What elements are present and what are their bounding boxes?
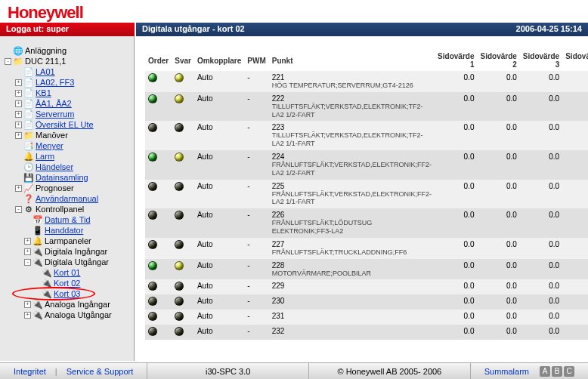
tree-item[interactable]: +🔌Digitala Ingångar xyxy=(3,246,134,257)
footer-summalarm[interactable]: Summalarm xyxy=(484,367,529,376)
alarm-badge[interactable]: A xyxy=(540,366,550,377)
tree-label[interactable]: Översikt EL Ute xyxy=(36,120,94,129)
tree-label[interactable]: Menyer xyxy=(36,141,63,150)
tree-label[interactable]: ÅA1, ÅA2 xyxy=(36,99,72,108)
pwm-cell: - xyxy=(244,71,268,92)
tree-item[interactable]: 🌐Anläggning xyxy=(3,45,134,56)
expand-toggle[interactable]: + xyxy=(15,185,22,192)
tree-item[interactable]: 📑Menyer xyxy=(3,140,134,151)
tree-item[interactable]: 🔔Larm xyxy=(3,151,134,162)
tree-item[interactable]: 📄LA01 xyxy=(3,66,134,77)
tree-item[interactable]: +🔔Larmpaneler xyxy=(3,236,134,246)
tree-item[interactable]: +📁Manöver xyxy=(3,130,134,140)
expand-toggle[interactable]: + xyxy=(15,132,22,139)
table-row[interactable]: Auto - 222TILLUFTSFLÄKT;VERKSTAD,ELEKTRO… xyxy=(145,92,588,122)
io-icon: 🔌 xyxy=(32,300,43,309)
expand-toggle[interactable]: + xyxy=(15,111,22,118)
svar-led xyxy=(175,312,184,321)
tree-item[interactable]: +📄LA02, FF3 xyxy=(3,77,134,88)
svar-led xyxy=(175,94,184,103)
table-row[interactable]: Auto - 228MOTORVÄRMARE;POOLBILAR 0.0 0.0… xyxy=(145,259,588,280)
tree-item[interactable]: 🕒Händelser xyxy=(3,162,134,172)
tree-label[interactable]: LA02, FF3 xyxy=(36,78,74,87)
footer-integrity[interactable]: Integritet xyxy=(14,367,46,376)
tree-item[interactable]: -🔌Digitala Utgångar xyxy=(3,257,134,267)
tree-item[interactable]: +🔌Analoga Utgångar xyxy=(3,310,134,320)
order-led xyxy=(148,94,157,103)
tree-item[interactable]: ❓Användarmanual xyxy=(3,193,134,204)
tree-item[interactable]: +📈Prognoser xyxy=(3,183,134,193)
alarm-badge[interactable]: C xyxy=(564,366,574,377)
expand-toggle[interactable]: + xyxy=(15,90,22,97)
tree-item[interactable]: +📄Serverrum xyxy=(3,109,134,119)
omkopplare-cell: Auto xyxy=(194,294,244,310)
tree-item[interactable]: 🔌Kort 02 xyxy=(3,278,134,288)
tree-label[interactable]: Digitala Utgångar xyxy=(45,257,109,267)
footer-support[interactable]: Service & Support xyxy=(67,367,134,376)
tree-label[interactable]: Kort 02 xyxy=(54,279,80,288)
expand-toggle[interactable]: + xyxy=(15,122,22,128)
expand-toggle[interactable]: + xyxy=(15,100,22,107)
expand-toggle[interactable]: + xyxy=(24,301,31,308)
tree-item[interactable]: +🔌Analoga Ingångar xyxy=(3,299,134,310)
table-row[interactable]: Auto - 230 0.0 0.0 0.0 0.0 xyxy=(145,294,588,310)
tree-label[interactable]: Digitala Ingångar xyxy=(45,247,107,256)
omkopplare-cell: Auto xyxy=(194,208,244,238)
io-icon: 🔌 xyxy=(32,310,43,319)
table-row[interactable]: Auto - 226FRÅNLUFTSFLÄKT;LÖDUTSUG ELEKTR… xyxy=(145,208,588,238)
table-row[interactable]: Auto - 231 0.0 0.0 0.0 0.0 xyxy=(145,310,588,325)
tree-label[interactable]: Serverrum xyxy=(36,109,74,119)
tree-item[interactable]: +📄KB1 xyxy=(3,88,134,98)
tree-item[interactable]: 📅Datum & Tid xyxy=(3,214,134,225)
tree-label[interactable]: Prognoser xyxy=(36,183,74,193)
logout-link[interactable]: Logga ut: super xyxy=(0,23,135,36)
sidebar[interactable]: 🌐Anläggning-📁DUC 211,1📄LA01+📄LA02, FF3+📄… xyxy=(0,36,135,361)
tree-label[interactable]: Datainsamling xyxy=(36,173,88,182)
table-row[interactable]: Auto - 224FRÅNLUFTSFLÄKT;VERKSTAD,ELEKTR… xyxy=(145,150,588,180)
io-icon: 🔌 xyxy=(42,289,52,298)
alarm-badge[interactable]: B xyxy=(552,366,562,377)
omkopplare-cell: Auto xyxy=(194,325,244,340)
expand-toggle[interactable]: + xyxy=(24,248,31,255)
table-row[interactable]: Auto - 227FRÅNLUFTSFLÄKT;TRUCKLADDNING;F… xyxy=(145,238,588,259)
tree-label[interactable]: Händelser xyxy=(36,162,73,171)
tree-item[interactable]: +📄ÅA1, ÅA2 xyxy=(3,98,134,109)
omkopplare-cell: Auto xyxy=(194,150,244,180)
sido3-cell: 0.0 xyxy=(520,71,562,92)
tree-item[interactable]: 🔌Kort 03 xyxy=(3,288,134,299)
table-row[interactable]: Auto - 221HÖG TEMPERATUR;SERVERRUM;GT4-2… xyxy=(145,71,588,92)
tree-item[interactable]: 📱Handdator xyxy=(3,225,134,236)
tree-label[interactable]: Manöver xyxy=(36,131,68,140)
tree-label[interactable]: Handdator xyxy=(45,226,83,235)
tree-label[interactable]: Kontrollpanel xyxy=(36,205,84,214)
tree-label[interactable]: Larm xyxy=(36,152,54,161)
expand-toggle[interactable]: + xyxy=(15,79,22,86)
tree-item[interactable]: -⚙Kontrollpanel xyxy=(3,204,134,214)
order-led xyxy=(148,73,157,82)
tree-label[interactable]: Analoga Utgångar xyxy=(45,310,112,319)
tree-label[interactable]: Användarmanual xyxy=(36,194,98,203)
tree-label[interactable]: KB1 xyxy=(36,88,51,97)
table-row[interactable]: Auto - 225FRÅNLUFTSFLÄKT;VERKSTAD,ELEKTR… xyxy=(145,180,588,209)
expand-toggle[interactable]: - xyxy=(5,58,11,65)
expand-toggle[interactable]: + xyxy=(24,238,31,245)
table-row[interactable]: Auto - 229 0.0 0.0 0.0 0.0 xyxy=(145,279,588,294)
pwm-cell: - xyxy=(244,180,268,209)
expand-toggle[interactable]: - xyxy=(15,206,22,213)
tree-label[interactable]: Datum & Tid xyxy=(45,215,91,224)
tree-label[interactable]: Kort 01 xyxy=(54,268,80,277)
tree-label[interactable]: DUC 211,1 xyxy=(25,57,66,66)
tree-item[interactable]: 🔌Kort 01 xyxy=(3,267,134,278)
tree-item[interactable]: -📁DUC 211,1 xyxy=(3,56,134,66)
expand-toggle[interactable]: - xyxy=(24,259,31,266)
table-row[interactable]: Auto - 232 0.0 0.0 0.0 0.0 xyxy=(145,325,588,340)
tree-label[interactable]: Larmpaneler xyxy=(45,236,91,245)
table-row[interactable]: Auto - 223TILLUFTSFLÄKT;VERKSTAD,ELEKTRO… xyxy=(145,121,588,150)
tree-label[interactable]: Kort 03 xyxy=(54,289,80,298)
tree-label[interactable]: LA01 xyxy=(36,67,55,76)
tree-item[interactable]: +📄Översikt EL Ute xyxy=(3,119,134,130)
tree-label[interactable]: Analoga Ingångar xyxy=(45,300,110,309)
tree-label[interactable]: Anläggning xyxy=(25,46,67,55)
tree-item[interactable]: 💾Datainsamling xyxy=(3,172,134,183)
expand-toggle[interactable]: + xyxy=(24,312,31,319)
